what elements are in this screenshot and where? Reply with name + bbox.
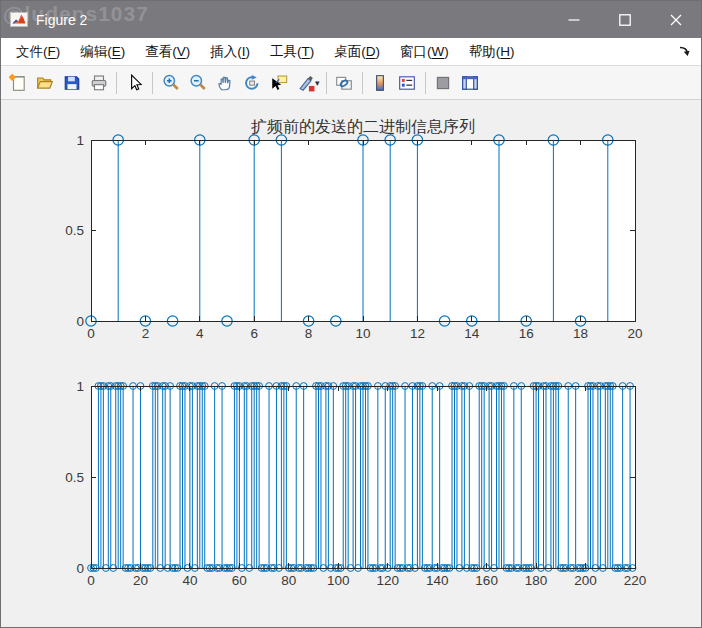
edit-plot-button[interactable]: [121, 69, 148, 97]
link-plot-button[interactable]: [331, 69, 358, 97]
new-figure-button[interactable]: [4, 69, 31, 97]
menu-item-d[interactable]: 桌面(D): [324, 39, 390, 65]
open-file-icon: [36, 74, 54, 92]
x-tick-label: 12: [410, 326, 425, 341]
menu-item-i[interactable]: 插入(I): [200, 39, 260, 65]
insert-colorbar-icon: [371, 74, 389, 92]
x-tick-label: 160: [475, 573, 498, 588]
x-tick-label: 6: [250, 326, 258, 341]
maximize-button[interactable]: [599, 1, 650, 38]
plot-title: 扩频前的发送的二进制信息序列: [91, 117, 635, 138]
link-plot-icon: [335, 74, 353, 92]
toolbar-separator: [326, 72, 327, 94]
menu-item-h[interactable]: 帮助(H): [459, 39, 525, 65]
data-cursor-button[interactable]: [265, 69, 292, 97]
brush-dropdown-icon[interactable]: ▾: [315, 78, 320, 88]
menu-item-f[interactable]: 文件(F): [6, 39, 70, 65]
toolbar-separator: [152, 72, 153, 94]
bottom-stem-plot[interactable]: 02040608010012014016018020022000.51: [65, 379, 646, 589]
x-tick-label: 20: [627, 326, 642, 341]
hide-plot-tools-icon: [434, 74, 452, 92]
matlab-app-icon: [10, 12, 28, 27]
toolbar-separator: [362, 72, 363, 94]
x-tick-label: 120: [376, 573, 399, 588]
minimize-button[interactable]: [548, 1, 599, 38]
insert-legend-icon: [398, 74, 416, 92]
y-tick-label: 0.5: [65, 223, 84, 238]
titlebar[interactable]: @ludens1037 Figure 2: [1, 1, 701, 38]
insert-colorbar-button[interactable]: [367, 69, 394, 97]
x-tick-label: 2: [142, 326, 150, 341]
y-tick-label: 1: [76, 133, 84, 148]
x-tick-label: 20: [133, 573, 148, 588]
window-title: Figure 2: [36, 12, 87, 28]
menubar: 文件(F)编辑(E)查看(V)插入(I)工具(T)桌面(D)窗口(W)帮助(H): [1, 38, 701, 66]
zoom-out-icon: [189, 74, 207, 92]
x-tick-label: 140: [426, 573, 449, 588]
pan-button[interactable]: [211, 69, 238, 97]
save-figure-button[interactable]: [58, 69, 85, 97]
pan-icon: [216, 74, 234, 92]
x-tick-label: 0: [87, 326, 95, 341]
zoom-out-button[interactable]: [184, 69, 211, 97]
y-tick-label: 0: [76, 561, 84, 576]
menu-item-v[interactable]: 查看(V): [135, 39, 200, 65]
toolbar-separator: [116, 72, 117, 94]
top-stem-plot[interactable]: 0246810121416182000.51: [65, 133, 642, 342]
x-tick-label: 180: [525, 573, 548, 588]
x-tick-label: 100: [327, 573, 350, 588]
x-tick-label: 40: [182, 573, 197, 588]
save-figure-icon: [63, 74, 81, 92]
figure-canvas: 0246810121416182000.51020406080100120140…: [1, 100, 701, 627]
rotate-3d-button[interactable]: [238, 69, 265, 97]
show-plot-tools-button[interactable]: [457, 69, 484, 97]
menu-item-t[interactable]: 工具(T): [260, 39, 324, 65]
menubar-items: 文件(F)编辑(E)查看(V)插入(I)工具(T)桌面(D)窗口(W)帮助(H): [6, 39, 525, 65]
edit-plot-icon: [126, 74, 144, 92]
dock-figure-arrow-icon[interactable]: [677, 44, 692, 59]
close-button[interactable]: [650, 1, 701, 38]
print-figure-button[interactable]: [85, 69, 112, 97]
new-figure-icon: [9, 74, 27, 92]
menu-item-e[interactable]: 编辑(E): [70, 39, 135, 65]
toolbar-separator: [425, 72, 426, 94]
x-tick-label: 80: [281, 573, 296, 588]
zoom-in-icon: [162, 74, 180, 92]
show-plot-tools-icon: [461, 74, 479, 92]
x-tick-label: 16: [519, 326, 534, 341]
data-cursor-icon: [270, 74, 288, 92]
x-tick-label: 0: [87, 573, 95, 588]
brush-data-icon: [297, 74, 315, 92]
menu-item-w[interactable]: 窗口(W): [390, 39, 459, 65]
x-tick-label: 60: [232, 573, 247, 588]
x-tick-label: 4: [196, 326, 204, 341]
insert-legend-button[interactable]: [394, 69, 421, 97]
hide-plot-tools-button[interactable]: [430, 69, 457, 97]
rotate-3d-icon: [243, 74, 261, 92]
figure-window: @ludens1037 Figure 2 文件(F)编辑(E)查看(V)插入(I…: [0, 0, 702, 628]
print-figure-icon: [90, 74, 108, 92]
x-tick-label: 8: [305, 326, 313, 341]
y-tick-label: 1: [76, 379, 84, 394]
open-file-button[interactable]: [31, 69, 58, 97]
x-tick-label: 200: [574, 573, 597, 588]
toolbar: ▾: [1, 66, 701, 100]
x-tick-label: 10: [355, 326, 370, 341]
x-tick-label: 220: [624, 573, 647, 588]
zoom-in-button[interactable]: [157, 69, 184, 97]
y-tick-label: 0.5: [65, 470, 84, 485]
y-tick-label: 0: [76, 314, 84, 329]
stem-plots: 0246810121416182000.51020406080100120140…: [1, 100, 702, 627]
x-tick-label: 14: [464, 326, 480, 341]
x-tick-label: 18: [573, 326, 588, 341]
